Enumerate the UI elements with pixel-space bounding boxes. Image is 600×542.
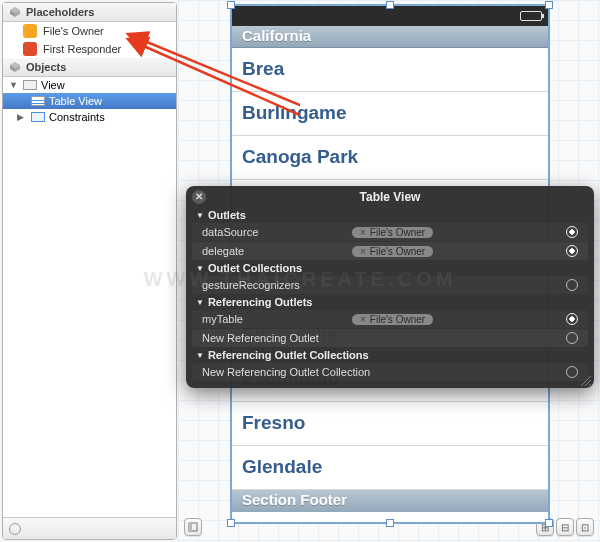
table-cell[interactable]: Glendale — [232, 446, 548, 490]
battery-icon — [520, 11, 542, 21]
tableview-label: Table View — [49, 95, 102, 107]
cube-icon — [9, 6, 21, 18]
status-bar — [232, 6, 548, 26]
remove-connection-icon[interactable]: × — [360, 246, 366, 257]
canvas-layout-button-2[interactable]: ⊟ — [556, 518, 574, 536]
connection-indicator-icon[interactable] — [566, 279, 578, 291]
tableview-icon — [31, 96, 45, 106]
selection-handle[interactable] — [545, 519, 553, 527]
canvas-layout-button-3[interactable]: ⊡ — [576, 518, 594, 536]
constraints-icon — [31, 112, 45, 122]
selection-handle[interactable] — [227, 519, 235, 527]
new-referencing-outlet-collection-label: New Referencing Outlet Collection — [202, 366, 370, 378]
canvas-toggle-outline-button[interactable] — [184, 518, 202, 536]
objects-label: Objects — [26, 61, 66, 73]
connection-indicator-icon[interactable] — [566, 366, 578, 378]
view-icon — [23, 80, 37, 90]
selection-handle[interactable] — [386, 519, 394, 527]
disclosure-triangle-icon[interactable]: ▼ — [9, 80, 19, 90]
outlet-name: dataSource — [202, 226, 352, 238]
outlet-name: delegate — [202, 245, 352, 257]
table-section-footer: Section Footer — [232, 490, 548, 512]
connection-indicator-icon[interactable] — [566, 332, 578, 344]
outlet-collections-group-header[interactable]: ▼Outlet Collections — [186, 261, 594, 275]
connection-indicator-icon[interactable] — [566, 313, 578, 325]
referencing-outlet-collections-group-header[interactable]: ▼Referencing Outlet Collections — [186, 348, 594, 362]
remove-connection-icon[interactable]: × — [360, 314, 366, 325]
placeholders-label: Placeholders — [26, 6, 94, 18]
first-responder-label: First Responder — [43, 43, 121, 55]
table-cell[interactable]: Canoga Park — [232, 136, 548, 180]
files-owner-icon — [23, 24, 37, 38]
outline-constraints-row[interactable]: ▶ Constraints — [3, 109, 176, 125]
close-icon[interactable]: ✕ — [192, 190, 206, 204]
new-referencing-outlet-label: New Referencing Outlet — [202, 332, 319, 344]
hud-title[interactable]: ✕ Table View — [186, 186, 594, 208]
files-owner-row[interactable]: File's Owner — [3, 22, 176, 40]
connection-indicator-icon[interactable] — [566, 226, 578, 238]
outlet-name: gestureRecognizers — [202, 279, 352, 291]
connection-row-new-ref[interactable]: New Referencing Outlet — [192, 329, 588, 347]
table-section-header: California — [232, 26, 548, 48]
view-label: View — [41, 79, 65, 91]
cube-icon — [9, 61, 21, 73]
connections-inspector-hud[interactable]: ✕ Table View ▼Outlets dataSource ×File's… — [186, 186, 594, 388]
objects-header: Objects — [3, 58, 176, 77]
connection-indicator-icon[interactable] — [566, 245, 578, 257]
table-cell[interactable]: Burlingame — [232, 92, 548, 136]
hud-title-label: Table View — [360, 190, 421, 204]
document-outline-panel: Placeholders File's Owner First Responde… — [2, 2, 177, 540]
constraints-label: Constraints — [49, 111, 105, 123]
disclosure-triangle-icon[interactable]: ▶ — [17, 112, 27, 122]
files-owner-label: File's Owner — [43, 25, 104, 37]
outlets-group-header[interactable]: ▼Outlets — [186, 208, 594, 222]
connection-row-mytable[interactable]: myTable ×File's Owner — [192, 310, 588, 328]
outline-footer — [3, 517, 176, 539]
selection-handle[interactable] — [227, 1, 235, 9]
outline-tableview-row[interactable]: Table View — [3, 93, 176, 109]
first-responder-row[interactable]: First Responder — [3, 40, 176, 58]
connection-row-gesture[interactable]: gestureRecognizers — [192, 276, 588, 294]
connection-destination-pill[interactable]: ×File's Owner — [352, 227, 433, 238]
referencing-outlets-group-header[interactable]: ▼Referencing Outlets — [186, 295, 594, 309]
connection-destination-pill[interactable]: ×File's Owner — [352, 246, 433, 257]
connection-row-new-ref-collection[interactable]: New Referencing Outlet Collection — [192, 363, 588, 381]
resize-grip-icon[interactable] — [579, 374, 591, 386]
first-responder-icon — [23, 42, 37, 56]
table-cell[interactable]: Fresno — [232, 402, 548, 446]
outline-view-row[interactable]: ▼ View — [3, 77, 176, 93]
connection-destination-pill[interactable]: ×File's Owner — [352, 314, 433, 325]
svg-rect-7 — [189, 523, 192, 531]
remove-connection-icon[interactable]: × — [360, 227, 366, 238]
connection-row-datasource[interactable]: dataSource ×File's Owner — [192, 223, 588, 241]
selection-handle[interactable] — [386, 1, 394, 9]
selection-handle[interactable] — [545, 1, 553, 9]
table-cell[interactable]: Brea — [232, 48, 548, 92]
connection-row-delegate[interactable]: delegate ×File's Owner — [192, 242, 588, 260]
placeholders-header: Placeholders — [3, 3, 176, 22]
filter-icon[interactable] — [9, 523, 21, 535]
outlet-name: myTable — [202, 313, 352, 325]
